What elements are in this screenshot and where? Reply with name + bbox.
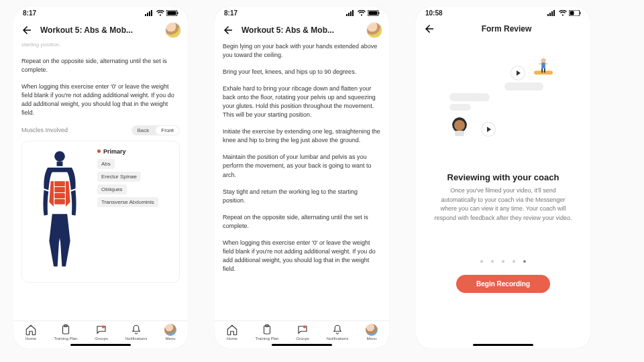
tab-label: Home [25,337,36,341]
signal-icon [346,10,356,16]
tab-label: Training Plan [54,337,78,341]
tab-label: Menu [166,337,176,341]
home-indicator[interactable] [272,344,332,346]
coach-avatar[interactable] [366,22,382,38]
signal-icon [547,10,557,16]
svg-rect-9 [54,181,65,186]
play-button[interactable] [482,123,495,136]
primary-label-text: Primary [103,148,126,155]
svg-rect-1 [147,13,148,16]
svg-rect-33 [534,71,553,75]
screen-form-review: 10:58 Form Review [416,7,590,349]
wifi-icon [156,10,164,16]
home-indicator[interactable] [70,344,131,346]
toggle-front[interactable]: Front [156,126,179,135]
clipboard-icon [261,324,273,336]
tab-home[interactable]: Home [226,324,238,341]
battery-icon [368,10,380,16]
svg-rect-26 [547,14,549,16]
chat-icon [297,324,309,336]
svg-rect-31 [570,11,574,15]
svg-rect-22 [378,12,380,14]
svg-rect-32 [580,12,581,14]
page-dot [480,260,483,263]
svg-rect-35 [541,62,545,68]
cutoff-text: starting position. [21,42,180,49]
tab-groups[interactable]: Groups [296,324,309,341]
svg-point-34 [541,58,545,63]
tab-groups[interactable]: Groups [95,324,108,341]
screen-workout-instructions: 8:17 Workout 5: Abs & Mob... Begin lying… [215,7,389,349]
chat-icon [95,324,107,336]
toggle-back[interactable]: Back [131,125,156,135]
tab-bar: Home Training Plan Groups Notifications … [13,320,188,342]
coach-avatar[interactable] [165,22,181,38]
tab-notifications[interactable]: Notifications [125,324,148,341]
bell-icon [331,324,343,336]
arrow-left-icon [21,24,33,36]
chat-bubble [449,104,471,111]
muscle-chip: Abs [97,159,115,169]
nav-bar: Form Review [416,17,590,40]
status-time: 8:17 [224,9,237,17]
tab-label: Groups [296,337,309,341]
instruction-paragraph: Begin lying on your back with your hands… [223,42,381,60]
status-bar: 8:17 [215,7,389,17]
page-title: Workout 5: Abs & Mob... [241,25,360,35]
begin-recording-button[interactable]: Begin Recording [456,275,550,293]
status-bar: 8:17 [13,7,188,17]
back-button[interactable] [20,23,34,37]
tab-label: Training Plan [256,337,279,341]
content-area: Reviewing with your coach Once you've fi… [416,40,590,342]
instruction-paragraph: When logging this exercise enter '0' or … [21,82,180,117]
screen-workout-muscles: 8:17 Workout 5: Abs & Mob... starting po… [13,7,188,349]
back-button[interactable] [221,23,235,37]
tab-label: Menu [367,337,377,341]
svg-rect-17 [348,13,350,16]
status-bar: 10:58 [416,7,590,17]
page-dot [502,260,504,263]
tab-menu[interactable]: Menu [164,324,176,341]
tab-label: Notifications [327,337,349,341]
svg-rect-37 [545,63,548,64]
svg-rect-6 [177,12,178,14]
muscle-chip: Erector Spinae [97,172,141,182]
svg-rect-8 [57,162,63,166]
review-description: Once you've filmed your video, it'll sen… [429,186,577,223]
illustration-block [429,53,577,167]
svg-rect-29 [553,10,555,16]
page-dot-active [523,260,526,263]
instruction-paragraph: When logging this exercise enter '0' or … [223,239,381,274]
tab-training[interactable]: Training Plan [256,324,279,341]
svg-rect-39 [544,68,545,73]
back-button[interactable] [423,22,436,36]
tab-training[interactable]: Training Plan [54,324,78,341]
svg-point-7 [54,151,65,162]
muscle-list: Primary Abs Erector Spinae Obliques Tran… [97,148,158,276]
home-indicator[interactable] [473,344,533,346]
tab-label: Notifications [125,337,148,341]
menu-avatar-icon [164,324,176,336]
instruction-paragraph: Stay tight and return the working leg to… [223,188,381,205]
front-back-toggle[interactable]: Back Front [131,125,180,135]
content-area: Begin lying on your back with your hands… [215,42,389,320]
status-time: 8:17 [23,9,36,17]
battery-icon [166,10,178,16]
instruction-paragraph: Bring your feet, knees, and hips up to 9… [223,68,381,76]
tab-menu[interactable]: Menu [366,324,378,341]
tab-bar: Home Training Plan Groups Notifications … [215,320,389,342]
tab-notifications[interactable]: Notifications [327,324,349,341]
person-lifting-icon [534,57,553,76]
page-indicator[interactable] [429,260,577,263]
play-button[interactable] [511,66,525,80]
section-label: Muscles Involved [21,127,68,133]
svg-rect-2 [149,11,150,16]
home-icon [25,324,37,336]
menu-avatar-icon [366,324,378,336]
svg-rect-28 [551,11,553,16]
muscle-chip: Obliques [97,184,127,194]
tab-home[interactable]: Home [25,324,37,341]
home-icon [226,324,238,336]
chat-bubble [449,93,490,101]
instruction-paragraph: Maintain the position of your lumbar and… [223,153,381,179]
